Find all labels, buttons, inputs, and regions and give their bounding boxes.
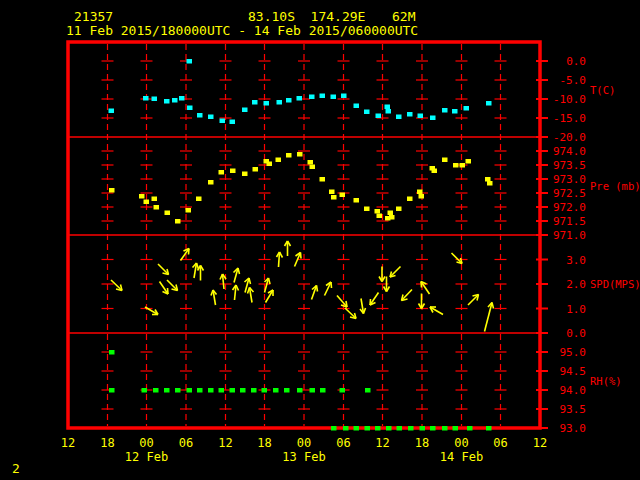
temperature-point [143,96,149,101]
temperature-point [430,116,436,121]
temperature-point [286,98,292,103]
pressure-point [196,197,202,202]
wind-tick-label: 2.0 [566,278,586,291]
pressure-point [320,177,326,182]
temperature-point [376,114,382,119]
temperature-point [386,109,392,114]
x-tick-label: 06 [336,436,350,450]
humidity-tick-label: 95.0 [560,346,587,359]
x-tick-label: 12 [533,436,547,450]
temperature-tick-label: -5.0 [560,74,587,87]
humidity-point [153,388,159,393]
x-tick-label: 06 [493,436,507,450]
wind-arrow-head [248,288,250,294]
temperature-point [252,100,258,105]
pressure-point [219,170,225,175]
pressure-tick-label: 973.0 [553,173,586,186]
pressure-point [340,193,346,198]
humidity-point [251,388,257,393]
wind-arrow-head [421,282,422,288]
pressure-point [242,172,248,177]
pressure-point [267,162,273,167]
wind-arrow-head [249,278,251,284]
pressure-point [487,181,493,186]
humidity-point [331,426,337,431]
temperature-point [309,95,315,100]
pressure-point [389,215,395,220]
humidity-point [208,388,214,393]
temperature-point [364,110,370,115]
humidity-point [343,426,349,431]
x-tick-label: 00 [454,436,468,450]
humidity-point [365,426,371,431]
humidity-tick-label: 94.5 [560,365,587,378]
pressure-point [230,169,236,174]
humidity-point [219,388,225,393]
pressure-point [308,160,314,165]
pressure-point [208,180,214,185]
pressure-point [442,158,448,163]
x-tick-label: 12 [61,436,75,450]
pressure-point [165,211,171,216]
humidity-point [386,426,392,431]
x-tick-label: 18 [415,436,429,450]
x-tick-label: 12 [375,436,389,450]
page-number: 2 [12,461,20,476]
wind-axis-label: SPD(MPS) [590,278,640,290]
humidity-point [486,426,492,431]
x-tick-label: 18 [257,436,271,450]
pressure-point [375,209,381,214]
temperature-point [220,119,226,124]
temperature-point [418,114,424,119]
humidity-point [453,426,459,431]
humidity-point [197,388,203,393]
date-label: 13 Feb [282,450,325,464]
temperature-point [172,98,178,103]
pressure-point [354,198,360,203]
pressure-point [144,200,150,205]
pressure-point [329,190,335,195]
pressure-point [407,197,413,202]
temperature-point [277,100,283,105]
wind-arrow-head [168,288,169,294]
pressure-point [109,188,115,193]
humidity-tick-label: 93.0 [560,422,587,435]
x-tick-label: 00 [139,436,153,450]
temperature-point [230,120,236,125]
temperature-point [264,101,270,106]
temperature-point [208,115,214,120]
humidity-point [310,388,316,393]
pressure-point [364,207,370,212]
temperature-point [109,109,115,114]
humidity-point [397,426,403,431]
temperature-point [407,112,413,117]
temperature-point [486,101,492,106]
pressure-tick-label: 972.0 [553,201,586,214]
pressure-point [417,190,423,195]
temperature-axis-label: T(C) [590,84,615,96]
temperature-tick-label: -10.0 [553,93,586,106]
temperature-tick-label: -20.0 [553,131,586,144]
pressure-point [186,208,192,213]
pressure-point [331,195,337,200]
pressure-tick-label: 971.5 [553,215,586,228]
meteogram-chart: 0.0-5.0-10.0-15.0-20.0T(C)974.0973.5973.… [0,0,640,480]
temperature-point [242,108,248,113]
temperature-tick-label: 0.0 [566,55,586,68]
humidity-point [442,426,448,431]
humidity-point [297,388,303,393]
temperature-point [442,108,448,113]
temperature-point [396,115,402,120]
pressure-point [297,152,303,157]
temperature-point [187,59,193,64]
wind-arrow-head [211,290,213,296]
temperature-point [331,95,337,100]
humidity-axis-label: RH(%) [590,375,622,387]
humidity-point [164,388,170,393]
temperature-point [452,109,458,114]
temperature-tick-label: -15.0 [553,112,586,125]
pressure-tick-label: 971.0 [553,229,586,242]
humidity-point [142,388,148,393]
pressure-point [453,163,459,168]
temperature-point [464,106,470,111]
